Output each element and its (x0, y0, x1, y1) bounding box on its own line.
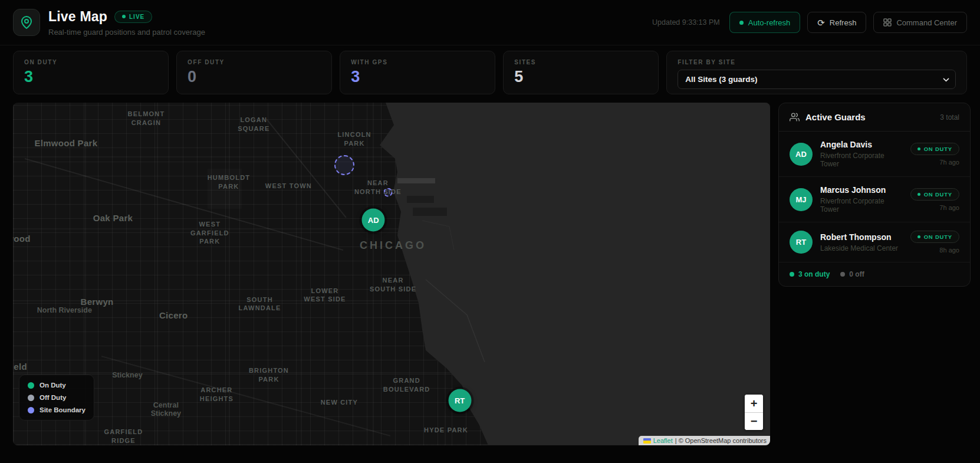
active-guards-panel: Active Guards 3 total ADAngela DavisRive… (778, 103, 971, 287)
guard-site: Lakeside Medical Center (820, 244, 903, 252)
lake-michigan (380, 103, 770, 445)
stat-card-off-duty: OFF DUTY0 (176, 51, 332, 94)
guard-list: ADAngela DavisRiverfront Corporate Tower… (779, 132, 970, 262)
panel-title: Active Guards (805, 112, 934, 122)
updated-timestamp: Updated 9:33:13 PM (652, 18, 720, 27)
status-badge: ON DUTY (910, 143, 959, 155)
guard-row[interactable]: ADAngela DavisRiverfront Corporate Tower… (779, 132, 970, 177)
live-badge: LIVE (114, 11, 152, 23)
stat-label: OFF DUTY (188, 59, 321, 65)
on-duty-summary: 3 on duty (798, 270, 830, 278)
site-filter-select[interactable]: All Sites (3 guards) (678, 70, 956, 89)
status-label: ON DUTY (924, 191, 952, 198)
zoom-in-button[interactable]: + (745, 395, 763, 412)
leaflet-link[interactable]: Leaflet (653, 437, 673, 444)
legend-dot-icon (28, 407, 34, 413)
stat-label: WITH GPS (351, 59, 484, 65)
site-boundary-circle (383, 188, 392, 196)
zoom-control: + − (745, 395, 763, 430)
osm-attribution-text: | © OpenStreetMap contributors (675, 437, 767, 444)
status-label: ON DUTY (924, 146, 952, 152)
auto-refresh-button[interactable]: Auto-refresh (729, 12, 801, 33)
legend-label: Site Boundary (40, 406, 85, 413)
guard-meta: ON DUTY7h ago (910, 143, 959, 166)
auto-refresh-dot-icon (739, 21, 744, 25)
guard-name: Robert Thompson (820, 232, 903, 242)
legend-dot-icon (28, 382, 34, 389)
users-icon (790, 112, 800, 122)
stats-row: ON DUTY3OFF DUTY0WITH GPS3SITES5 FILTER … (13, 51, 967, 94)
live-map[interactable]: On DutyOff DutySite Boundary + − Leaflet… (13, 103, 770, 445)
map-pin-icon (13, 9, 40, 36)
ukraine-flag-icon (643, 438, 651, 444)
header: Live Map LIVE Real-time guard positions … (0, 0, 980, 45)
refresh-label: Refresh (830, 18, 857, 27)
off-duty-dot-icon (840, 272, 845, 277)
live-dot-icon (122, 15, 126, 18)
legend-label: On Duty (40, 382, 66, 389)
guard-meta: ON DUTY8h ago (910, 231, 959, 254)
guard-avatar: AD (790, 143, 813, 166)
main-content: On DutyOff DutySite Boundary + − Leaflet… (0, 103, 980, 445)
guards-total-count: 3 total (940, 113, 959, 122)
stat-label: SITES (514, 59, 647, 65)
stat-card-sites: SITES5 (503, 51, 659, 94)
stat-label: ON DUTY (24, 59, 157, 65)
status-dot-icon (917, 193, 920, 196)
grid-icon (883, 18, 892, 27)
guard-marker-rt[interactable]: RT (448, 389, 471, 412)
guard-info: Marcus JohnsonRiverfront Corporate Tower (820, 185, 903, 214)
filter-by-site-card: FILTER BY SITE All Sites (3 guards) (666, 51, 967, 94)
map-legend: On DutyOff DutySite Boundary (19, 375, 94, 421)
guard-meta: ON DUTY7h ago (910, 188, 959, 211)
legend-item: On Duty (28, 382, 85, 389)
refresh-icon: ⟳ (817, 18, 825, 27)
guard-name: Angela Davis (820, 140, 903, 149)
guard-marker-ad[interactable]: AD (362, 208, 385, 231)
map-water-layer (13, 103, 770, 445)
page-subtitle: Real-time guard positions and patrol cov… (48, 28, 205, 37)
legend-item: Off Duty (28, 394, 85, 401)
guard-avatar: RT (790, 231, 813, 254)
status-label: ON DUTY (924, 234, 952, 240)
guard-name: Marcus Johnson (820, 185, 903, 195)
site-boundary-circle (334, 155, 354, 175)
status-badge: ON DUTY (910, 188, 959, 201)
stat-value: 0 (188, 69, 321, 85)
guard-last-seen: 7h ago (939, 159, 959, 166)
guard-avatar: MJ (790, 188, 813, 211)
command-center-label: Command Center (896, 18, 957, 27)
filter-label: FILTER BY SITE (678, 59, 956, 65)
live-badge-label: LIVE (129, 14, 144, 20)
off-duty-summary: 0 off (849, 270, 864, 278)
stat-value: 3 (24, 69, 157, 85)
on-duty-dot-icon (790, 272, 794, 277)
stat-card-on-duty: ON DUTY3 (13, 51, 169, 94)
guard-site: Riverfront Corporate Tower (820, 152, 903, 168)
status-badge: ON DUTY (910, 231, 959, 243)
guard-info: Robert ThompsonLakeside Medical Center (820, 232, 903, 252)
page-title: Live Map (48, 9, 107, 25)
auto-refresh-label: Auto-refresh (748, 18, 791, 27)
status-dot-icon (917, 235, 920, 238)
guard-info: Angela DavisRiverfront Corporate Tower (820, 140, 903, 168)
legend-item: Site Boundary (28, 406, 85, 413)
stat-value: 5 (514, 69, 647, 85)
zoom-out-button[interactable]: − (745, 412, 763, 430)
guard-site: Riverfront Corporate Tower (820, 197, 903, 214)
legend-label: Off Duty (40, 394, 66, 401)
map-attribution: Leaflet | © OpenStreetMap contributors (639, 436, 770, 445)
guard-last-seen: 8h ago (939, 247, 959, 254)
guard-last-seen: 7h ago (939, 204, 959, 211)
refresh-button[interactable]: ⟳ Refresh (807, 12, 866, 33)
status-dot-icon (917, 147, 920, 150)
command-center-button[interactable]: Command Center (873, 12, 967, 33)
panel-footer: 3 on duty 0 off (779, 262, 970, 286)
stat-card-with-gps: WITH GPS3 (340, 51, 495, 94)
stat-value: 3 (351, 69, 484, 85)
guard-row[interactable]: RTRobert ThompsonLakeside Medical Center… (779, 222, 970, 262)
guard-row[interactable]: MJMarcus JohnsonRiverfront Corporate Tow… (779, 177, 970, 222)
legend-dot-icon (28, 395, 34, 401)
